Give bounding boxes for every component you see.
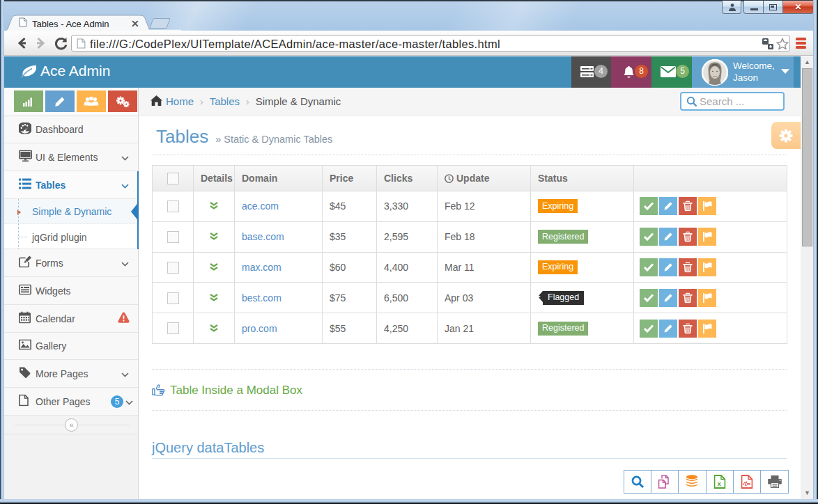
- svg-text:x: x: [717, 480, 721, 487]
